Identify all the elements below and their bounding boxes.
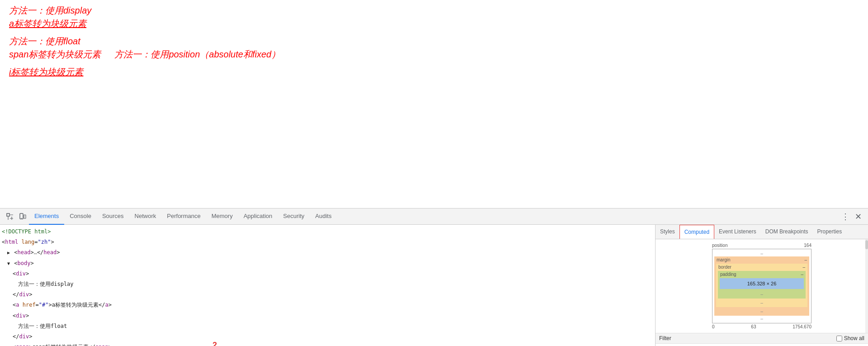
bm-padding-label: padding	[720, 272, 736, 277]
filter-bar: Filter Show all	[656, 333, 868, 344]
right-scrollbar	[865, 239, 868, 333]
dom-line: </div>	[0, 332, 655, 342]
bm-margin-label: margin	[717, 257, 731, 262]
dom-line: ▼ <body>	[0, 258, 655, 269]
tab-sources[interactable]: Sources	[97, 209, 129, 225]
tab-styles[interactable]: Styles	[656, 225, 679, 239]
dom-line: <div>	[0, 269, 655, 279]
device-toolbar-button[interactable]	[16, 210, 29, 223]
inspect-element-button[interactable]	[4, 210, 16, 223]
right-panel: 1 Styles Computed Event Listeners DOM Br…	[656, 225, 868, 346]
computed-prop-color: ▶ color rgb(255, 0, 0)	[656, 344, 868, 346]
dom-line: 方法一：使用display	[0, 279, 655, 289]
bm-position-164: 164	[804, 243, 811, 248]
bm-outer-right: 1754.670	[793, 324, 811, 329]
tab-network[interactable]: Network	[129, 209, 162, 225]
bm-border-bottom: –	[718, 300, 806, 305]
filter-label: Filter	[659, 335, 836, 341]
tab-event-listeners[interactable]: Event Listeners	[714, 225, 761, 239]
box-model-area: position 164 – margin –	[656, 239, 868, 333]
bm-border-val: –	[802, 265, 805, 270]
dom-line: <div>	[0, 311, 655, 321]
bm-padding-bottom: –	[720, 292, 804, 297]
box-model-visual: position 164 – margin –	[712, 243, 811, 329]
svg-rect-2	[24, 215, 26, 218]
dom-line: <html lang="zh">	[0, 237, 655, 247]
tab-memory[interactable]: Memory	[206, 209, 238, 225]
svg-point-3	[21, 218, 22, 218]
tab-computed[interactable]: Computed	[679, 225, 714, 239]
dom-panel: <!DOCTYPE html> <html lang="zh"> ▶ <head…	[0, 225, 656, 346]
bm-outer-bottom: 63	[751, 324, 756, 329]
devtools-panel: Elements Console Sources Network Perform…	[0, 208, 868, 346]
tab-performance[interactable]: Performance	[161, 209, 206, 225]
tab-properties[interactable]: Properties	[812, 225, 846, 239]
line1-text: 方法一：使用display	[9, 5, 91, 15]
annotation-badge-2: 2	[212, 341, 217, 346]
bm-margin-top: –	[714, 251, 809, 256]
page-content: 方法一：使用display a标签转为块级元素 方法一：使用float span…	[0, 0, 868, 208]
tab-dom-breakpoints[interactable]: DOM Breakpoints	[761, 225, 813, 239]
scrollbar-thumb	[865, 240, 868, 249]
tab-console[interactable]: Console	[64, 209, 97, 225]
tab-application[interactable]: Application	[238, 209, 278, 225]
devtools-main: <!DOCTYPE html> <html lang="zh"> ▶ <head…	[0, 225, 868, 346]
bm-border-label: border	[718, 265, 731, 270]
dom-line: ▶ <head>…</head>	[0, 247, 655, 258]
bm-margin-val: –	[804, 257, 807, 262]
right-panel-tabs: Styles Computed Event Listeners DOM Brea…	[656, 225, 868, 239]
dom-line: 方法一：使用float	[0, 321, 655, 332]
line6-text: i标签转为块级元素	[9, 67, 83, 77]
bm-outer-left: 0	[712, 324, 715, 329]
bm-inner-size: 165.328 × 26	[720, 278, 804, 289]
line2-text: a标签转为块级元素	[9, 19, 86, 28]
svg-rect-0	[7, 213, 9, 216]
line5-text: 方法一：使用position（absolute和fixed）	[114, 48, 280, 61]
line3-text: 方法一：使用float	[9, 36, 80, 46]
dom-line: </div>	[0, 289, 655, 300]
line4-text: span标签转为块级元素	[9, 48, 101, 61]
bm-position-label: position	[712, 243, 727, 248]
devtools-toolbar: Elements Console Sources Network Perform…	[0, 209, 868, 225]
show-all-label: Show all	[844, 335, 864, 341]
tab-security[interactable]: Security	[278, 209, 310, 225]
bm-margin-bottom: –	[716, 309, 807, 314]
close-devtools-button[interactable]: ✕	[852, 210, 864, 223]
more-options-button[interactable]: ⋮	[839, 210, 852, 223]
show-all-checkbox[interactable]	[836, 336, 842, 341]
tab-audits[interactable]: Audits	[310, 209, 337, 225]
dom-line: <!DOCTYPE html>	[0, 227, 655, 237]
dom-line: <span>span标签转为块级元素</span>	[0, 342, 655, 346]
bm-padding-val: –	[801, 272, 803, 277]
dom-line: <a href="#">a标签转为块级元素</a>	[0, 300, 655, 310]
computed-properties-list: ▶ color rgb(255, 0, 0) display block	[656, 344, 868, 346]
tab-elements[interactable]: Elements	[29, 209, 64, 225]
bm-position-bottom: –	[714, 316, 809, 321]
